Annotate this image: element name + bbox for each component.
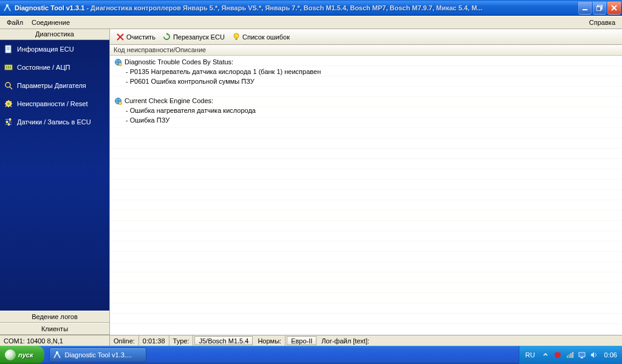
menu-file[interactable]: Файл (2, 18, 27, 27)
list-item[interactable]: - P0601 Ошибка контрольной суммы ПЗУ (110, 76, 622, 86)
toolbar-label: Очистить (126, 33, 156, 41)
sidebar-item-label: Неисправности / Reset (17, 100, 88, 107)
list-group-header[interactable]: Diagnostic Trouble Codes By Status: (110, 57, 622, 67)
sidebar-panel: Информация ECU Состояние / АЦП Параметры… (0, 40, 109, 311)
list-item[interactable]: - Ошибка ПЗУ (110, 115, 622, 125)
sliders-icon (4, 117, 13, 127)
restart-ecu-button[interactable]: Перезапуск ECU (160, 32, 227, 42)
status-log-label: Лог-файл [text]: (318, 335, 373, 346)
svg-rect-10 (8, 66, 9, 69)
sidebar: Диагностика Информация ECU Состояние / А… (0, 29, 110, 335)
menu-connection[interactable]: Соединение (27, 18, 74, 27)
svg-rect-30 (569, 354, 570, 358)
status-type-label: Type: (169, 335, 194, 346)
clear-button[interactable]: Очистить (114, 32, 158, 42)
svg-rect-1 (583, 9, 587, 10)
restore-button[interactable] (593, 1, 606, 15)
window-titlebar: Diagnostic Tool v1.3.1 - Диагностика кон… (0, 0, 622, 16)
globe-gear-icon (114, 96, 122, 105)
toolbar-label: Список ошибок (242, 33, 290, 41)
svg-rect-19 (9, 118, 11, 121)
lightbulb-icon (232, 33, 241, 41)
list-item[interactable]: - P0135 Нагреватель датчика кислорода 1 … (110, 67, 622, 76)
title-suffix: - Диагностика контроллеров Январь 5.*, Я… (84, 4, 482, 12)
svg-point-12 (5, 83, 10, 87)
refresh-icon (163, 33, 171, 41)
svg-rect-33 (579, 352, 585, 357)
gauge-icon (4, 62, 13, 72)
minimize-button[interactable] (578, 1, 592, 15)
app-icon (2, 3, 12, 13)
sidebar-header-diagnostics[interactable]: Диагностика (0, 29, 109, 40)
menubar: Файл Соединение Справка (0, 16, 622, 29)
toolbar-label: Перезапуск ECU (173, 33, 225, 41)
svg-point-28 (56, 351, 58, 354)
error-list-button[interactable]: Список ошибок (230, 32, 292, 42)
list-item[interactable]: - Ошибка нагревателя датчика кислорода (110, 106, 622, 115)
menu-help[interactable]: Справка (585, 18, 620, 27)
status-online-time: 0:01:38 (139, 335, 169, 346)
tray-volume-icon[interactable] (590, 351, 598, 359)
app-icon (52, 350, 62, 360)
sidebar-item-label: Датчики / Запись в ECU (17, 118, 91, 126)
svg-rect-29 (567, 356, 568, 358)
list-group-header[interactable]: Current Check Engine Codes: (110, 96, 622, 106)
tray-clock[interactable]: 0:06 (602, 351, 617, 359)
status-norms-label: Нормы: (254, 335, 285, 346)
tray-monitor-icon[interactable] (578, 351, 586, 359)
svg-point-15 (7, 103, 10, 105)
taskbar-app-button[interactable]: Diagnostic Tool v1.3.... (49, 348, 146, 362)
svg-rect-34 (581, 357, 583, 359)
status-norms-value[interactable]: Евро-II (287, 336, 316, 345)
sidebar-item-label: Состояние / АЦП (17, 64, 70, 71)
svg-point-22 (234, 33, 239, 38)
sidebar-section-logs[interactable]: Ведение логов (0, 311, 109, 323)
search-icon (4, 81, 13, 90)
svg-rect-31 (570, 353, 572, 358)
tray-chevron-icon[interactable] (541, 351, 550, 359)
svg-rect-4 (5, 46, 11, 53)
taskbar-app-label: Diagnostic Tool v1.3.... (65, 351, 132, 359)
status-com-port: COM1: 10400 8,N,1 (0, 335, 110, 346)
sidebar-item-faults-reset[interactable]: Неисправности / Reset (0, 95, 109, 113)
window-title: Diagnostic Tool v1.3.1 - Диагностика кон… (15, 4, 578, 12)
start-button[interactable]: пуск (0, 346, 44, 364)
sidebar-item-ecu-info[interactable]: Информация ECU (0, 40, 109, 58)
svg-point-25 (118, 62, 121, 66)
toolbar: Очистить Перезапуск ECU Список ошибок (110, 29, 622, 45)
status-type-value[interactable]: J5/Bosch M1.5.4 (194, 336, 253, 345)
sidebar-item-engine-params[interactable]: Параметры Двигателя (0, 76, 109, 95)
list-row-text: Current Check Engine Codes: (125, 97, 213, 104)
sidebar-item-sensors-write[interactable]: Датчики / Запись в ECU (0, 113, 109, 131)
tray-shield-icon[interactable] (553, 351, 562, 359)
close-button[interactable] (607, 1, 621, 15)
system-tray: RU 0:06 (519, 346, 622, 364)
svg-rect-3 (596, 7, 601, 11)
svg-rect-9 (6, 66, 7, 69)
svg-rect-32 (572, 352, 573, 358)
list-blank (110, 86, 622, 96)
list-row-text: - P0135 Нагреватель датчика кислорода 1 … (126, 68, 321, 75)
error-list[interactable]: Diagnostic Trouble Codes By Status: - P0… (110, 56, 622, 335)
language-indicator[interactable]: RU (525, 351, 538, 359)
document-icon (4, 44, 13, 54)
svg-point-0 (6, 4, 9, 7)
windows-logo-icon (5, 349, 16, 360)
svg-rect-20 (6, 121, 8, 123)
svg-rect-21 (8, 123, 10, 126)
column-header[interactable]: Код неисправности/Описание (110, 45, 622, 56)
list-row-text: Diagnostic Trouble Codes By Status: (125, 58, 233, 66)
globe-gear-icon (114, 58, 122, 66)
sidebar-item-label: Параметры Двигателя (17, 82, 86, 89)
content-area: Очистить Перезапуск ECU Список ошибок Ко… (110, 29, 622, 335)
svg-rect-23 (236, 38, 238, 40)
svg-rect-11 (10, 66, 11, 69)
sidebar-item-label: Информация ECU (17, 46, 74, 53)
statusbar: COM1: 10400 8,N,1 Online: 0:01:38 Type: … (0, 335, 622, 346)
status-online-label: Online: (110, 335, 139, 346)
tray-network-icon[interactable] (566, 351, 574, 359)
sidebar-section-clients[interactable]: Клиенты (0, 323, 109, 335)
title-app: Diagnostic Tool v1.3.1 (15, 4, 84, 12)
sidebar-item-state-adc[interactable]: Состояние / АЦП (0, 58, 109, 76)
taskbar: пуск Diagnostic Tool v1.3.... RU 0:06 (0, 346, 622, 364)
